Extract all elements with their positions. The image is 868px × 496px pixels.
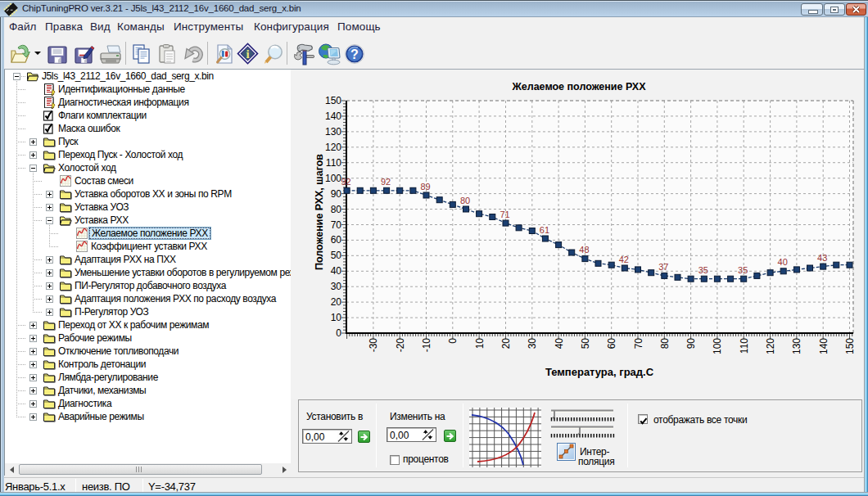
svg-text:?: ? [350, 47, 359, 61]
svg-text:i: i [246, 47, 249, 61]
svg-text:100: 100 [325, 173, 341, 184]
svg-text:30: 30 [527, 338, 538, 349]
svg-text:90: 90 [685, 338, 697, 349]
svg-text:10: 10 [331, 312, 342, 323]
svg-text:140: 140 [818, 338, 830, 354]
svg-text:-10: -10 [421, 338, 432, 353]
svg-text:Температура, град.C: Температура, град.C [545, 366, 654, 378]
svg-text:130: 130 [325, 126, 341, 138]
svg-text:110: 110 [739, 338, 750, 354]
svg-text:120: 120 [325, 142, 341, 153]
svg-text:Положение РХХ, шагов: Положение РХХ, шагов [314, 154, 325, 270]
svg-text:40: 40 [331, 265, 342, 277]
svg-text:48: 48 [579, 245, 589, 255]
svg-text:140: 140 [325, 110, 341, 122]
svg-text:80: 80 [460, 196, 470, 205]
svg-text:-20: -20 [395, 338, 406, 353]
svg-text:90: 90 [331, 188, 342, 200]
svg-text:60: 60 [606, 338, 617, 349]
svg-text:Желаемое положение РХХ: Желаемое положение РХХ [511, 81, 646, 92]
svg-text:37: 37 [658, 262, 668, 272]
svg-text:40: 40 [778, 257, 788, 267]
svg-text:70: 70 [633, 338, 644, 349]
svg-text:50: 50 [580, 338, 591, 349]
svg-text:120: 120 [765, 338, 776, 354]
svg-text:150: 150 [325, 95, 341, 106]
svg-text:71: 71 [500, 210, 509, 219]
svg-text:150: 150 [844, 338, 856, 354]
svg-text:50: 50 [331, 250, 342, 261]
svg-text:100: 100 [712, 338, 723, 354]
svg-text:110: 110 [326, 157, 341, 169]
svg-text:10: 10 [474, 338, 486, 349]
svg-text:130: 130 [791, 338, 802, 354]
svg-text:92: 92 [341, 177, 350, 187]
svg-text:61: 61 [540, 225, 549, 235]
svg-text:89: 89 [420, 182, 430, 192]
svg-text:30: 30 [331, 281, 342, 292]
svg-text:20: 20 [331, 296, 342, 308]
svg-text:0: 0 [447, 338, 459, 344]
svg-text:35: 35 [738, 265, 748, 275]
svg-text:0: 0 [336, 327, 341, 339]
svg-text:80: 80 [659, 338, 671, 349]
svg-text:35: 35 [698, 265, 708, 275]
svg-text:92: 92 [381, 177, 391, 187]
svg-text:-30: -30 [368, 338, 379, 353]
svg-text:40: 40 [554, 338, 565, 349]
svg-text:80: 80 [331, 204, 342, 215]
svg-text:20: 20 [500, 338, 512, 349]
svg-text:43: 43 [817, 253, 827, 263]
svg-text:42: 42 [619, 255, 629, 264]
svg-text:70: 70 [331, 219, 342, 231]
svg-text:60: 60 [331, 234, 342, 246]
